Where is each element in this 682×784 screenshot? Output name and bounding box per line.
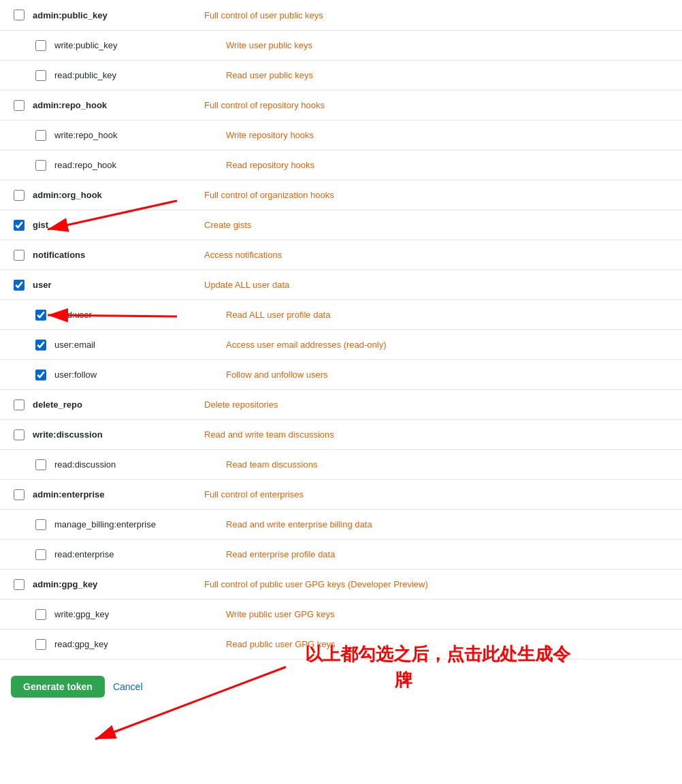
checkbox-read_public_key[interactable] [35,70,46,81]
scope-name-write_gpg_key: write:gpg_key [49,609,226,619]
scope-name-read_repo_hook: read:repo_hook [49,160,226,170]
checkbox-read_gpg_key[interactable] [35,639,46,650]
scope-desc-user_follow: Follow and unfollow users [226,370,671,380]
scope-name-write_discussion: write:discussion [27,429,204,440]
checkbox-delete_repo[interactable] [14,399,25,410]
scope-desc-user_email: Access user email addresses (read-only) [226,340,671,350]
checkbox-manage_billing_enterprise[interactable] [35,519,46,530]
scope-desc-admin_enterprise: Full control of enterprises [204,489,671,500]
scope-name-admin_enterprise: admin:enterprise [27,489,204,500]
scope-desc-admin_repo_hook: Full control of repository hooks [204,100,671,110]
scope-row-read_public_key: read:public_keyRead user public keys [0,60,682,90]
scope-name-read_public_key: read:public_key [49,70,226,80]
checkbox-admin_repo_hook[interactable] [14,100,25,111]
scope-name-user_email: user:email [49,340,226,350]
checkbox-admin_gpg_key[interactable] [14,579,25,590]
checkbox-read_repo_hook[interactable] [35,160,46,171]
checkbox-write_repo_hook[interactable] [35,130,46,141]
scope-row-write_gpg_key: write:gpg_keyWrite public user GPG keys [0,599,682,629]
scope-desc-admin_public_key: Full control of user public keys [204,10,671,20]
scope-row-read_enterprise: read:enterpriseRead enterprise profile d… [0,539,682,569]
scope-row-delete_repo: delete_repoDelete repositories [0,389,682,419]
scope-row-admin_public_key: admin:public_keyFull control of user pub… [0,0,682,30]
scope-name-admin_gpg_key: admin:gpg_key [27,579,204,589]
cancel-button[interactable]: Cancel [113,681,143,692]
scope-name-write_repo_hook: write:repo_hook [49,130,226,140]
generate-token-button[interactable]: Generate token [11,676,105,698]
checkbox-write_discussion[interactable] [14,429,25,440]
scope-name-user: user [27,280,204,290]
scope-row-write_discussion: write:discussionRead and write team disc… [0,419,682,449]
checkbox-write_gpg_key[interactable] [35,609,46,620]
scope-name-manage_billing_enterprise: manage_billing:enterprise [49,519,226,529]
scope-row-manage_billing_enterprise: manage_billing:enterpriseRead and write … [0,509,682,539]
scope-desc-manage_billing_enterprise: Read and write enterprise billing data [226,519,671,529]
scope-name-read_discussion: read:discussion [49,459,226,470]
checkbox-admin_org_hook[interactable] [14,190,25,201]
checkbox-read_user[interactable] [35,310,46,321]
scope-row-write_public_key: write:public_keyWrite user public keys [0,30,682,60]
scope-desc-user: Update ALL user data [204,280,671,290]
checkbox-read_enterprise[interactable] [35,549,46,560]
scope-desc-notifications: Access notifications [204,250,671,260]
scope-row-admin_org_hook: admin:org_hookFull control of organizati… [0,180,682,210]
scope-row-user_follow: user:followFollow and unfollow users [0,359,682,389]
scope-desc-read_repo_hook: Read repository hooks [226,160,671,170]
scope-row-notifications: notificationsAccess notifications [0,240,682,270]
scope-name-write_public_key: write:public_key [49,40,226,50]
scope-desc-write_discussion: Read and write team discussions [204,429,671,440]
scope-desc-read_discussion: Read team discussions [226,459,671,470]
scope-row-admin_enterprise: admin:enterpriseFull control of enterpri… [0,479,682,509]
checkbox-admin_enterprise[interactable] [14,489,25,500]
scope-desc-admin_gpg_key: Full control of public user GPG keys (De… [204,579,671,589]
scope-row-user_email: user:emailAccess user email addresses (r… [0,329,682,359]
scope-name-delete_repo: delete_repo [27,399,204,410]
checkbox-user_follow[interactable] [35,370,46,380]
scope-desc-read_enterprise: Read enterprise profile data [226,549,671,559]
scope-name-notifications: notifications [27,250,204,260]
scope-row-gist: gistCreate gists [0,210,682,240]
scope-desc-write_public_key: Write user public keys [226,40,671,50]
scope-name-read_user: read:user [49,310,226,320]
scope-name-admin_repo_hook: admin:repo_hook [27,100,204,110]
scope-desc-delete_repo: Delete repositories [204,399,671,410]
scope-desc-read_public_key: Read user public keys [226,70,671,80]
scope-name-user_follow: user:follow [49,370,226,380]
scope-row-write_repo_hook: write:repo_hookWrite repository hooks [0,120,682,150]
checkbox-notifications[interactable] [14,250,25,261]
scope-row-admin_repo_hook: admin:repo_hookFull control of repositor… [0,90,682,120]
scope-name-admin_org_hook: admin:org_hook [27,190,204,200]
scope-row-admin_gpg_key: admin:gpg_keyFull control of public user… [0,569,682,599]
scope-name-gist: gist [27,220,204,230]
scope-desc-write_gpg_key: Write public user GPG keys [226,609,671,619]
checkbox-gist[interactable] [14,220,25,231]
scope-row-read_gpg_key: read:gpg_keyRead public user GPG keys [0,629,682,659]
footer-row: Generate token Cancel [0,659,682,714]
scope-name-read_enterprise: read:enterprise [49,549,226,559]
checkbox-admin_public_key[interactable] [14,10,25,20]
scope-desc-admin_org_hook: Full control of organization hooks [204,190,671,200]
scope-desc-read_user: Read ALL user profile data [226,310,671,320]
scope-desc-gist: Create gists [204,220,671,230]
scope-desc-write_repo_hook: Write repository hooks [226,130,671,140]
scope-name-admin_public_key: admin:public_key [27,10,204,20]
scope-name-read_gpg_key: read:gpg_key [49,639,226,649]
checkbox-user_email[interactable] [35,340,46,350]
scope-row-read_repo_hook: read:repo_hookRead repository hooks [0,150,682,180]
scope-row-read_discussion: read:discussionRead team discussions [0,449,682,479]
scope-row-user: userUpdate ALL user data [0,270,682,299]
checkbox-write_public_key[interactable] [35,40,46,51]
scope-row-read_user: read:userRead ALL user profile data [0,299,682,329]
checkbox-read_discussion[interactable] [35,459,46,470]
checkbox-user[interactable] [14,280,25,291]
scope-desc-read_gpg_key: Read public user GPG keys [226,639,671,649]
